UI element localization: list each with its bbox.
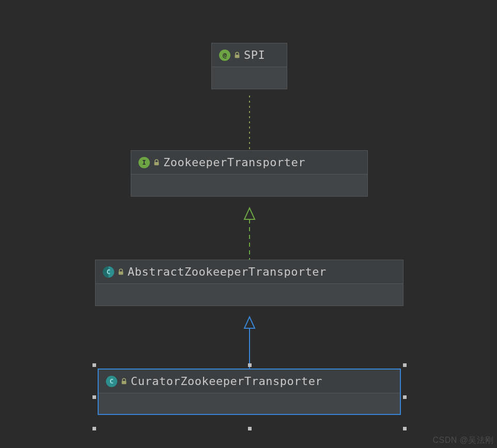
class-body xyxy=(212,67,287,89)
class-box-curator-zookeeper-transporter[interactable]: C CuratorZookeeperTransporter xyxy=(98,369,401,415)
interface-icon: I xyxy=(138,157,150,168)
watermark: CSDN @吴法刚 xyxy=(432,435,494,446)
resize-handle-n[interactable] xyxy=(248,363,252,367)
lock-icon xyxy=(117,268,125,276)
svg-rect-3 xyxy=(122,381,127,384)
lock-icon xyxy=(120,378,128,385)
class-body xyxy=(96,284,403,306)
class-name: CuratorZookeeperTransporter xyxy=(131,375,322,388)
class-name: AbstractZookeeperTransporter xyxy=(128,265,327,278)
resize-handle-ne[interactable] xyxy=(403,363,407,367)
svg-rect-1 xyxy=(154,162,159,165)
class-body xyxy=(99,393,400,414)
svg-rect-0 xyxy=(235,55,240,58)
class-header: I ZookeeperTransporter xyxy=(131,151,367,174)
class-icon: C xyxy=(106,376,117,387)
class-box-abstract-zookeeper-transporter[interactable]: C AbstractZookeeperTransporter xyxy=(95,260,403,306)
resize-handle-nw[interactable] xyxy=(92,363,96,367)
class-header: C AbstractZookeeperTransporter xyxy=(96,260,403,284)
svg-rect-2 xyxy=(119,271,123,275)
arrow-hollow-triangle xyxy=(244,317,255,328)
class-body xyxy=(131,174,367,196)
lock-icon xyxy=(153,159,160,166)
class-box-spi[interactable]: @ SPI xyxy=(211,43,287,89)
class-header: @ SPI xyxy=(212,43,287,67)
resize-handle-sw[interactable] xyxy=(92,427,96,430)
class-box-zookeeper-transporter[interactable]: I ZookeeperTransporter xyxy=(131,150,368,197)
class-name: ZookeeperTransporter xyxy=(163,156,305,169)
diagram-canvas[interactable]: @ SPI I ZookeeperTransporter C AbstractZ… xyxy=(0,0,497,448)
class-header: C CuratorZookeeperTransporter xyxy=(99,370,400,393)
resize-handle-e[interactable] xyxy=(403,395,407,399)
resize-handle-s[interactable] xyxy=(248,427,252,430)
annotation-icon: @ xyxy=(219,50,230,61)
abstract-class-icon: C xyxy=(103,266,114,278)
class-name: SPI xyxy=(244,49,265,61)
arrow-hollow-triangle xyxy=(244,208,255,219)
resize-handle-se[interactable] xyxy=(403,427,407,430)
resize-handle-w[interactable] xyxy=(92,395,96,399)
lock-icon xyxy=(234,52,241,59)
